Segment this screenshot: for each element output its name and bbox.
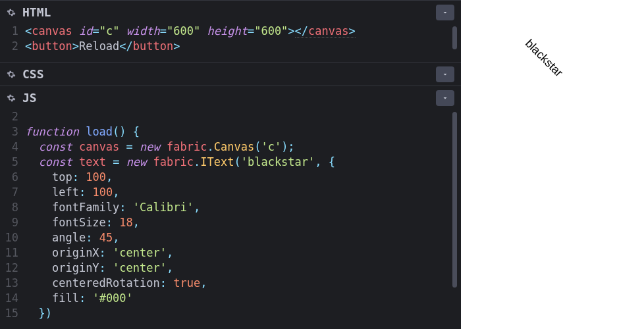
html-code-area[interactable]: 1 2 <canvas id="c" width="600" height="6…: [0, 24, 461, 62]
css-panel-header: CSS: [0, 62, 461, 86]
gear-icon[interactable]: [7, 93, 16, 103]
js-code-area[interactable]: 23456789101112131415 function load() { c…: [0, 109, 461, 329]
js-panel-title: JS: [22, 91, 436, 105]
chevron-down-icon[interactable]: [436, 66, 454, 82]
scrollbar[interactable]: [452, 112, 457, 288]
preview-pane: blackstar: [461, 0, 644, 329]
preview-text[interactable]: blackstar: [522, 37, 566, 80]
css-panel-title: CSS: [22, 67, 436, 81]
gear-icon[interactable]: [7, 8, 16, 17]
js-code[interactable]: function load() { const canvas = new fab…: [25, 109, 461, 329]
html-panel-header: HTML: [0, 0, 461, 24]
editor-column: HTML 1 2 <canvas id="c" width="600" heig…: [0, 0, 461, 329]
html-panel-title: HTML: [22, 5, 436, 19]
chevron-down-icon[interactable]: [436, 90, 454, 106]
html-code[interactable]: <canvas id="c" width="600" height="600">…: [25, 24, 461, 62]
js-panel-header: JS: [0, 86, 461, 109]
html-gutter: 1 2: [0, 24, 25, 62]
scrollbar[interactable]: [452, 26, 457, 49]
gear-icon[interactable]: [7, 70, 16, 79]
js-gutter: 23456789101112131415: [0, 109, 25, 329]
chevron-down-icon[interactable]: [436, 5, 454, 20]
